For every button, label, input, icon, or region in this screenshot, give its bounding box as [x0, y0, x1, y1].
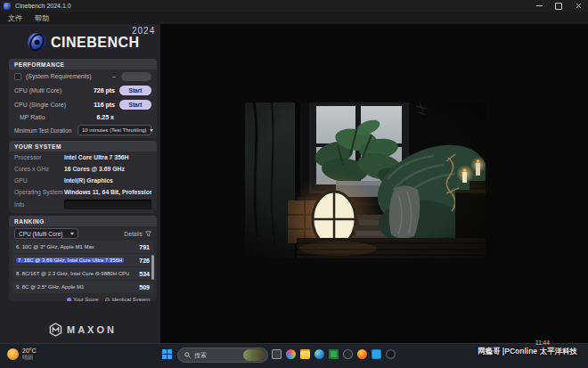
cpu-multi-label: CPU (Multi Core) — [14, 87, 61, 94]
test-duration-row: Minimum Test Duration 10 minutes (Test T… — [9, 123, 157, 137]
mp-ratio-row: MP Ratio 6.25 x — [9, 111, 157, 123]
processor-value: Intel Core Ultra 7 356H — [64, 154, 129, 160]
windows-logo-icon — [167, 349, 172, 354]
minimize-button[interactable] — [529, 0, 549, 12]
window-title: Cinebench 2024.1.0 — [15, 3, 71, 9]
cores-row: Cores x GHz 16 Cores @ 3.69 GHz — [9, 163, 157, 175]
search-placeholder: 搜索 — [194, 351, 207, 360]
os-row: Operating System Windows 11, 64 Bit, Pro… — [9, 186, 157, 198]
test-duration-label: Minimum Test Duration — [14, 127, 71, 134]
ranking-row-text: 8. 8C/16T @ 2.3 GHz, Intel Core i9-9880H… — [16, 271, 129, 276]
identical-system-label: Identical System — [111, 297, 150, 301]
ranking-row[interactable]: 8. 8C/16T @ 2.3 GHz, Intel Core i9-9880H… — [12, 267, 153, 280]
render-scene-image — [245, 102, 486, 258]
os-value: Windows 11, 64 Bit, Professional Edit... — [64, 189, 151, 195]
search-icon — [184, 352, 191, 358]
weather-temp: 20°C — [22, 348, 37, 355]
cinebench-app-icon — [4, 3, 11, 10]
task-view-icon[interactable] — [272, 349, 282, 359]
ranking-row-score: 791 — [136, 244, 150, 250]
edge-browser-icon[interactable] — [314, 349, 324, 359]
ranking-filter-dropdown[interactable]: CPU (Multi Core) — [14, 228, 78, 239]
your-score-label: Your Score — [73, 297, 98, 301]
cinebench-logo: CINEBENCH 2024 — [27, 29, 160, 54]
performance-header: PERFORMANCE — [9, 59, 157, 70]
ranking-filter-value: CPU (Multi Core) — [19, 231, 62, 237]
system-requirements-label: (System Requirements) — [26, 73, 92, 79]
cpu-multi-start-button[interactable]: Start — [119, 86, 151, 95]
ranking-row-your-score[interactable]: 7. 16C @ 3.69 GHz, Intel Core Ultra 7 35… — [12, 254, 153, 266]
blue-chat-app-icon[interactable] — [372, 349, 381, 359]
info-input[interactable] — [64, 200, 151, 209]
maxon-logo: MAXON — [49, 323, 117, 337]
processor-row: Processor Intel Core Ultra 7 356H — [9, 151, 157, 163]
mp-ratio-value: 6.25 x — [97, 114, 114, 120]
gpu-value: Intel(R) Graphics — [64, 177, 113, 184]
cinebench-taskbar-icon[interactable] — [386, 349, 396, 359]
title-bar: Cinebench 2024.1.0 — [0, 0, 588, 12]
cpu-single-label: CPU (Single Core) — [14, 102, 66, 108]
taskbar-search-input[interactable]: 搜索 — [177, 348, 268, 363]
file-explorer-icon[interactable] — [300, 349, 310, 359]
your-system-header: YOUR SYSTEM — [9, 141, 157, 151]
identical-system-dot-icon — [105, 298, 110, 302]
menu-help[interactable]: 帮助 — [35, 13, 49, 23]
firefox-browser-icon[interactable] — [357, 349, 367, 359]
system-requirements-checkbox[interactable] — [14, 73, 21, 80]
windows-logo-icon — [162, 349, 167, 354]
info-row: Info — [9, 198, 157, 211]
windows-logo-icon — [162, 355, 167, 359]
ranking-row-score: 726 — [136, 258, 150, 264]
details-control[interactable]: Details — [124, 231, 151, 237]
tray-clock[interactable]: 11:44 — [535, 339, 550, 346]
windows-logo-icon — [167, 355, 172, 359]
photos-app-icon[interactable] — [286, 349, 296, 359]
system-requirements-value: – — [112, 73, 116, 79]
your-score-dot-icon — [67, 298, 71, 302]
dark-app-icon[interactable] — [343, 349, 353, 359]
filter-icon — [145, 231, 151, 237]
ranking-scrollbar[interactable] — [151, 255, 154, 280]
green-app-icon[interactable] — [329, 349, 339, 359]
ranking-row[interactable]: 9. 8C @ 2.5* GHz, Apple M1 509 — [12, 281, 153, 293]
your-system-section: YOUR SYSTEM Processor Intel Core Ultra 7… — [9, 141, 157, 213]
window-controls — [529, 0, 588, 12]
menu-file[interactable]: 文件 — [8, 13, 22, 23]
brand-text: CINEBENCH — [51, 35, 140, 51]
ranking-row-text: 7. 16C @ 3.69 GHz, Intel Core Ultra 7 35… — [16, 258, 124, 263]
cpu-single-start-button[interactable]: Start — [119, 100, 151, 110]
cpu-single-score: 116 pts — [94, 102, 115, 108]
ranking-header: RANKING — [9, 216, 157, 226]
ranking-section: RANKING CPU (Multi Core) Details 6. 10C … — [9, 216, 157, 301]
minimize-icon — [536, 5, 543, 6]
render-scene-svg — [245, 102, 486, 258]
search-highlight-image[interactable] — [243, 349, 265, 361]
cores-value: 16 Cores @ 3.69 GHz — [64, 166, 125, 172]
sun-icon — [7, 348, 19, 360]
taskbar-icons — [272, 349, 396, 359]
ranking-legend: Your Score Identical System — [9, 294, 157, 301]
details-label: Details — [124, 231, 143, 237]
ranking-controls: CPU (Multi Core) Details — [9, 226, 157, 241]
mp-ratio-label: MP Ratio — [20, 114, 45, 120]
cpu-multi-row: CPU (Multi Core) 726 pts Start — [9, 83, 157, 97]
info-label: Info — [14, 201, 64, 208]
gpu-row: GPU Intel(R) Graphics — [9, 175, 157, 186]
close-button[interactable] — [568, 0, 588, 12]
system-requirements-row: (System Requirements) – — [9, 70, 157, 83]
chevron-down-icon — [150, 129, 153, 132]
watermark-text: 网瘾哥 |PConline 太平洋科技 — [478, 347, 577, 357]
close-icon — [576, 3, 582, 9]
cinebench-sphere-icon — [27, 32, 47, 53]
menu-bar: 文件 帮助 — [0, 12, 588, 24]
test-duration-value: 10 minutes (Test Throttling) — [82, 127, 147, 133]
weather-widget[interactable]: 20°C 晴朗 — [7, 348, 37, 361]
maximize-icon — [555, 3, 562, 10]
maximize-button[interactable] — [549, 0, 568, 12]
start-button-windows[interactable] — [162, 349, 172, 359]
test-duration-dropdown[interactable]: 10 minutes (Test Throttling) — [78, 125, 151, 135]
ranking-row[interactable]: 6. 10C @ 3* GHz, Apple M1 Max 791 — [12, 241, 153, 253]
processor-label: Processor — [14, 154, 64, 160]
gpu-label: GPU — [14, 177, 64, 184]
ranking-row-score: 534 — [136, 271, 150, 277]
